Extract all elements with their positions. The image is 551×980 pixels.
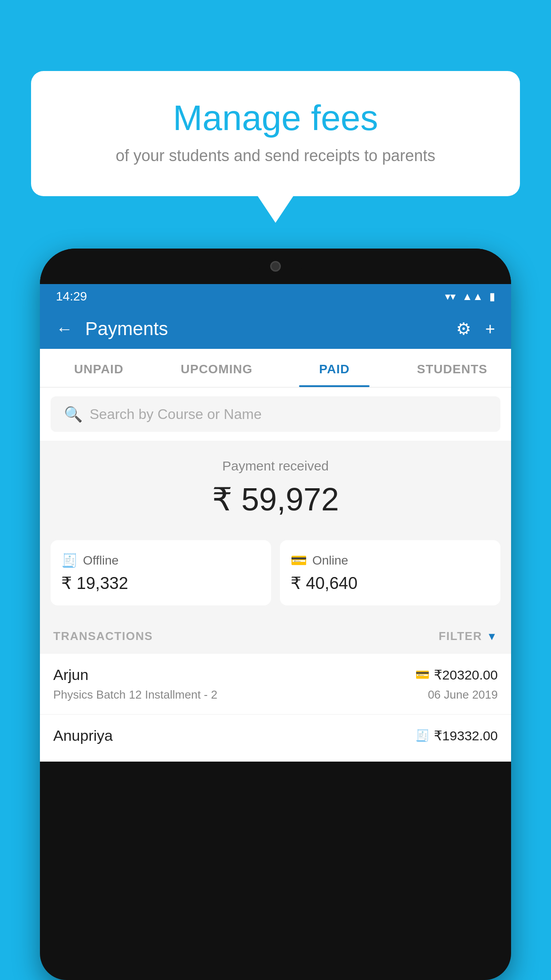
tabs-bar: UNPAID UPCOMING PAID STUDENTS — [40, 349, 511, 387]
transactions-header: TRANSACTIONS FILTER ▼ — [40, 619, 511, 654]
transaction-amount-2: ₹19332.00 — [434, 728, 498, 743]
search-icon: 🔍 — [64, 405, 83, 423]
transaction-bottom-1: Physics Batch 12 Installment - 2 06 June… — [53, 688, 498, 702]
app-content: 🔍 Search by Course or Name Payment recei… — [40, 387, 511, 762]
phone-frame: 14:29 ▾▾ ▲▲ ▮ ← Payments ⚙ + UNPAID UPCO… — [40, 249, 511, 980]
offline-amount: ₹ 19,332 — [61, 573, 260, 593]
search-container: 🔍 Search by Course or Name — [40, 387, 511, 441]
offline-icon: 🧾 — [61, 553, 78, 568]
transaction-amount-wrap-1: 💳 ₹20320.00 — [415, 667, 498, 683]
search-bar[interactable]: 🔍 Search by Course or Name — [51, 396, 500, 432]
transaction-name-2: Anupriya — [53, 727, 113, 744]
app-header: ← Payments ⚙ + — [40, 309, 511, 349]
online-label: Online — [312, 553, 348, 568]
online-amount: ₹ 40,640 — [291, 573, 490, 593]
filter-label: FILTER — [439, 629, 482, 643]
online-card: 💳 Online ₹ 40,640 — [280, 540, 500, 605]
speech-bubble-container: Manage fees of your students and send re… — [31, 71, 520, 223]
transaction-top-2: Anupriya 🧾 ₹19332.00 — [53, 727, 498, 744]
transaction-name-1: Arjun — [53, 666, 88, 684]
speech-bubble-subtitle: of your students and send receipts to pa… — [67, 146, 484, 165]
signal-icon: ▲▲ — [462, 290, 483, 303]
transaction-course-1: Physics Batch 12 Installment - 2 — [53, 688, 217, 702]
transaction-card-icon-1: 💳 — [415, 668, 429, 682]
transaction-amount-wrap-2: 🧾 ₹19332.00 — [415, 728, 498, 743]
offline-card: 🧾 Offline ₹ 19,332 — [51, 540, 271, 605]
transaction-top-1: Arjun 💳 ₹20320.00 — [53, 666, 498, 684]
filter-triangle-icon: ▼ — [487, 630, 498, 643]
back-button[interactable]: ← — [56, 320, 73, 339]
transactions-label: TRANSACTIONS — [53, 629, 153, 643]
search-placeholder: Search by Course or Name — [90, 406, 262, 423]
speech-bubble: Manage fees of your students and send re… — [31, 71, 520, 196]
speech-bubble-tail — [258, 196, 293, 223]
tab-students[interactable]: STUDENTS — [394, 349, 512, 387]
tab-upcoming[interactable]: UPCOMING — [158, 349, 276, 387]
gear-icon[interactable]: ⚙ — [456, 319, 471, 339]
table-row[interactable]: Anupriya 🧾 ₹19332.00 — [40, 715, 511, 762]
online-card-header: 💳 Online — [291, 553, 490, 568]
speech-bubble-title: Manage fees — [67, 98, 484, 138]
transaction-date-1: 06 June 2019 — [428, 688, 498, 702]
header-title: Payments — [85, 318, 456, 340]
wifi-icon: ▾▾ — [445, 290, 456, 303]
transaction-amount-1: ₹20320.00 — [434, 667, 498, 683]
phone-notch — [249, 255, 302, 277]
filter-button[interactable]: FILTER ▼ — [439, 629, 498, 643]
header-icons: ⚙ + — [456, 319, 495, 339]
status-bar: 14:29 ▾▾ ▲▲ ▮ — [40, 284, 511, 309]
phone-top-bar — [40, 249, 511, 284]
transaction-cash-icon-2: 🧾 — [415, 729, 429, 743]
status-icons: ▾▾ ▲▲ ▮ — [445, 290, 495, 303]
table-row[interactable]: Arjun 💳 ₹20320.00 Physics Batch 12 Insta… — [40, 654, 511, 715]
offline-label: Offline — [83, 553, 118, 568]
tab-unpaid[interactable]: UNPAID — [40, 349, 158, 387]
plus-icon[interactable]: + — [485, 320, 495, 339]
payment-cards: 🧾 Offline ₹ 19,332 💳 Online ₹ 40,640 — [40, 531, 511, 619]
online-icon: 💳 — [291, 553, 307, 568]
payment-received-label: Payment received — [40, 458, 511, 474]
battery-icon: ▮ — [489, 290, 495, 303]
offline-card-header: 🧾 Offline — [61, 553, 260, 568]
phone-camera — [270, 261, 281, 272]
status-time: 14:29 — [56, 289, 87, 304]
payment-received-section: Payment received ₹ 59,972 — [40, 441, 511, 531]
tab-paid[interactable]: PAID — [276, 349, 394, 387]
payment-amount: ₹ 59,972 — [40, 481, 511, 518]
